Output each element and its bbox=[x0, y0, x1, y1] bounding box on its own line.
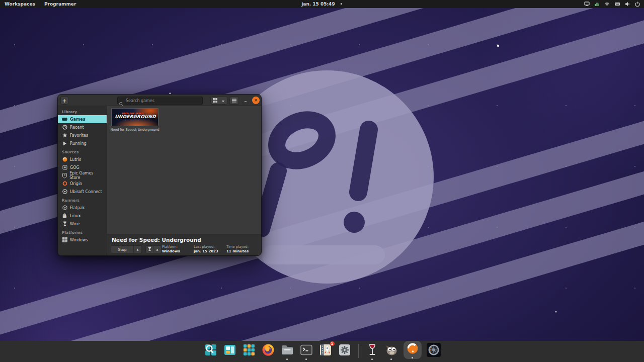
sidebar-item-origin[interactable]: Origin bbox=[58, 179, 107, 188]
sidebar-item-label: Recent bbox=[70, 125, 84, 130]
running-indicator bbox=[371, 358, 373, 360]
sidebar-item-label: GOG bbox=[70, 165, 79, 170]
workspaces-menu[interactable]: Workspaces bbox=[5, 2, 35, 7]
last-played-label: Last played: bbox=[194, 245, 215, 249]
sidebar-item-label: Origin bbox=[70, 182, 82, 186]
programmer-menu[interactable]: Programmer bbox=[44, 2, 76, 7]
dock-item-files[interactable] bbox=[280, 343, 294, 360]
add-game-button[interactable]: + bbox=[60, 97, 68, 105]
view-options-button[interactable] bbox=[219, 97, 227, 105]
dock: 1 bbox=[0, 341, 644, 362]
sidebar-item-label: Running bbox=[70, 141, 87, 146]
dock-item-wine[interactable] bbox=[365, 343, 379, 360]
dock-item-nfs-underground[interactable] bbox=[427, 343, 441, 360]
runner-button[interactable] bbox=[145, 245, 153, 253]
sidebar-item-games[interactable]: Games bbox=[58, 115, 107, 123]
gog-icon bbox=[62, 165, 67, 170]
sidebar-item-favorites[interactable]: Favorites bbox=[58, 131, 107, 139]
search-input[interactable] bbox=[117, 97, 203, 105]
power-icon bbox=[635, 2, 640, 7]
wine-app-icon bbox=[365, 343, 379, 357]
platform-value: Windows bbox=[162, 249, 180, 254]
display-icon bbox=[584, 2, 590, 7]
clock-menu[interactable]: jan. 15 05:49 • bbox=[301, 2, 343, 7]
epic-games-icon bbox=[62, 173, 67, 178]
sidebar-item-label: Flatpak bbox=[70, 206, 85, 210]
ubisoft-icon bbox=[62, 189, 67, 194]
minimize-button[interactable]: – bbox=[242, 97, 250, 105]
sidebar-item-gog[interactable]: GOG bbox=[58, 163, 107, 171]
sidebar-item-wine[interactable]: Wine bbox=[58, 220, 107, 228]
dock-item-workspaces[interactable] bbox=[223, 343, 237, 360]
sidebar-item-label: Favorites bbox=[70, 133, 88, 138]
dock-item-firefox[interactable] bbox=[261, 343, 275, 360]
top-bar: Workspaces Programmer jan. 15 05:49 • bbox=[0, 0, 644, 8]
network-icon bbox=[604, 2, 610, 7]
banner-title: UNDERGROUND bbox=[113, 114, 157, 119]
wine-glass-icon bbox=[148, 246, 151, 252]
header-bar: + – × bbox=[58, 95, 261, 106]
last-played-value: jan. 15 2023 bbox=[194, 249, 218, 254]
launcher-icon bbox=[204, 343, 218, 357]
runner-options-button[interactable]: ▲ bbox=[153, 245, 162, 253]
tux-icon bbox=[62, 213, 67, 218]
dock-item-terminal[interactable] bbox=[299, 343, 313, 360]
play-icon bbox=[62, 141, 67, 146]
game-tile[interactable]: NEED FOR SPEED UNDERGROUND Need for Spee… bbox=[110, 108, 160, 132]
dock-item-gimp[interactable] bbox=[384, 343, 398, 360]
stop-button[interactable]: Stop bbox=[111, 245, 134, 253]
platform-label: Platform: bbox=[162, 245, 178, 249]
close-button[interactable]: × bbox=[252, 97, 260, 104]
caret-icon: ▲ bbox=[137, 248, 139, 251]
lutris-icon bbox=[62, 157, 67, 162]
detail-game-title: Need for Speed: Underground bbox=[112, 237, 201, 243]
time-played-value: 11 minutes bbox=[226, 249, 249, 254]
sidebar-item-windows[interactable]: Windows bbox=[58, 236, 107, 244]
sidebar-item-linux[interactable]: Linux bbox=[58, 212, 107, 220]
sidebar: Library Games Recent Favorites Running bbox=[58, 106, 107, 255]
dock-item-applications[interactable] bbox=[242, 343, 256, 360]
sidebar-item-running[interactable]: Running bbox=[58, 139, 107, 147]
sidebar-item-ubisoft-connect[interactable]: Ubisoft Connect bbox=[58, 188, 107, 196]
sidebar-item-epic-games-store[interactable]: Epic Games Store bbox=[58, 171, 107, 179]
clock-icon bbox=[62, 125, 67, 130]
clock-text: jan. 15 05:49 bbox=[301, 2, 335, 7]
volume-icon bbox=[625, 2, 630, 7]
files-icon bbox=[280, 343, 294, 357]
running-indicator bbox=[305, 358, 307, 360]
dock-item-lutris[interactable] bbox=[404, 341, 422, 359]
gimp-icon bbox=[384, 343, 398, 357]
dock-item-pop-shop[interactable]: 1 bbox=[318, 343, 333, 360]
caret-down-icon bbox=[221, 98, 225, 104]
grid-view-button[interactable] bbox=[210, 97, 220, 105]
star-icon bbox=[62, 133, 67, 138]
lutris-window: + – × Library bbox=[57, 94, 262, 256]
update-badge: 1 bbox=[330, 341, 335, 346]
gear-icon bbox=[338, 343, 352, 357]
wine-glass-icon bbox=[62, 221, 67, 226]
stop-options-button[interactable]: ▲ bbox=[133, 245, 142, 253]
sidebar-section-library: Library bbox=[58, 107, 107, 115]
gamepad-icon bbox=[62, 117, 67, 121]
flatpak-icon bbox=[62, 205, 67, 210]
running-indicator bbox=[286, 358, 288, 360]
sidebar-item-flatpak[interactable]: Flatpak bbox=[58, 204, 107, 212]
menu-button[interactable] bbox=[229, 97, 239, 105]
game-grid: NEED FOR SPEED UNDERGROUND Need for Spee… bbox=[107, 106, 261, 234]
applications-icon bbox=[242, 343, 256, 357]
keyboard-icon bbox=[614, 2, 620, 7]
sidebar-item-label: Windows bbox=[70, 238, 88, 242]
dock-item-launcher[interactable] bbox=[204, 343, 218, 360]
sidebar-section-platforms: Platforms bbox=[58, 228, 107, 236]
system-tray[interactable] bbox=[584, 2, 644, 7]
game-detail-panel: Need for Speed: Underground Stop ▲ ▲ Pla… bbox=[107, 234, 261, 255]
dock-item-settings[interactable] bbox=[338, 343, 352, 360]
game-caption: Need for Speed: Underground bbox=[110, 128, 160, 132]
platform-field: Platform: Windows bbox=[162, 245, 180, 254]
sidebar-item-recent[interactable]: Recent bbox=[58, 123, 107, 131]
sidebar-item-label: Epic Games Store bbox=[69, 171, 103, 180]
time-played-label: Time played: bbox=[226, 245, 249, 249]
lutris-app-icon bbox=[406, 341, 420, 355]
sidebar-item-lutris[interactable]: Lutris bbox=[58, 155, 107, 163]
sidebar-section-runners: Runners bbox=[58, 196, 107, 204]
